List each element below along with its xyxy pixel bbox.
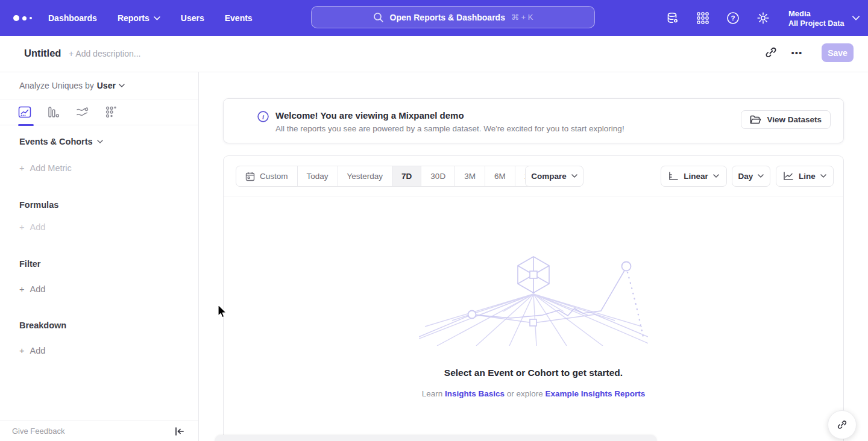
copy-link-button[interactable] [764, 45, 778, 60]
add-metric-label: Add Metric [30, 163, 71, 173]
nav-dashboards-label: Dashboards [48, 13, 97, 23]
chart-type-label: Line [799, 172, 816, 181]
folder-open-icon [750, 115, 761, 125]
chart-type-button[interactable]: Line [776, 166, 834, 187]
tab-insights[interactable] [18, 105, 31, 119]
scale-button[interactable]: Linear [661, 166, 727, 187]
more-options-button[interactable]: ••• [788, 45, 805, 60]
events-cohorts-label: Events & Cohorts [19, 137, 93, 146]
add-breakdown-button[interactable]: + Add [0, 346, 198, 355]
add-filter-button[interactable]: + Add [0, 284, 198, 294]
empty-state-links: Learn Insights Basics or explore Example… [224, 389, 843, 398]
save-button[interactable]: Save [822, 43, 854, 62]
search-placeholder: Open Reports & Dashboards [390, 13, 505, 22]
nav-reports[interactable]: Reports [118, 13, 160, 23]
tab-funnels[interactable] [47, 105, 60, 119]
range-3m[interactable]: 3M [455, 166, 485, 186]
collapse-sidebar-icon[interactable] [174, 426, 185, 437]
primary-nav: Dashboards Reports Users Events [48, 0, 253, 36]
report-controls: Custom Today Yesterday 7D 30D 3M 6M 12M … [224, 156, 843, 196]
help-icon[interactable]: ? [726, 11, 740, 25]
range-custom[interactable]: Custom [236, 166, 298, 186]
chevron-down-icon [820, 174, 826, 178]
range-30d[interactable]: 30D [421, 166, 455, 186]
range-7d-label: 7D [401, 172, 412, 181]
svg-text:?: ? [731, 14, 735, 22]
example-reports-link[interactable]: Example Insights Reports [546, 389, 646, 398]
empty-state-illustration [419, 255, 648, 346]
analyze-uniques-row: Analyze Uniques by User [0, 72, 198, 99]
plus-icon: + [19, 346, 24, 355]
nav-events[interactable]: Events [225, 13, 253, 23]
range-6m-label: 6M [494, 172, 506, 181]
floating-link-button[interactable] [828, 410, 857, 439]
project-switcher[interactable]: Media All Project Data [788, 0, 860, 36]
compare-button[interactable]: Compare [525, 166, 583, 187]
settings-gear-icon[interactable] [756, 11, 770, 25]
add-metric-button[interactable]: + Add Metric [0, 163, 198, 173]
calendar-icon [245, 172, 255, 181]
bottom-panel-edge[interactable] [215, 435, 657, 441]
chevron-down-icon [119, 84, 125, 88]
filter-label: Filter [19, 259, 40, 269]
data-management-icon[interactable] [665, 11, 680, 25]
chevron-down-icon [154, 16, 160, 20]
plus-icon: + [19, 284, 24, 294]
compare-label: Compare [531, 172, 567, 181]
empty-state-title: Select an Event or Cohort to get started… [224, 367, 843, 378]
range-today[interactable]: Today [298, 166, 338, 186]
learn-prefix: Learn [422, 389, 443, 398]
middle-text: or explore [507, 389, 543, 398]
range-yesterday[interactable]: Yesterday [338, 166, 393, 186]
formulas-header: Formulas [0, 200, 198, 210]
plus-icon: + [19, 163, 24, 173]
view-datasets-label: View Datasets [767, 115, 822, 124]
topbar-icons: ? [665, 0, 770, 36]
report-header: Untitled + Add description... [0, 36, 868, 72]
report-card: Custom Today Yesterday 7D 30D 3M 6M 12M … [223, 155, 844, 441]
apps-grid-icon[interactable] [696, 11, 710, 25]
banner-subtitle: All the reports you see are powered by a… [275, 124, 624, 133]
analyze-label: Analyze Uniques by [19, 81, 94, 90]
breakdown-header: Breakdown [0, 321, 198, 330]
nav-events-label: Events [225, 13, 253, 23]
nav-dashboards[interactable]: Dashboards [48, 13, 97, 23]
range-7d[interactable]: 7D [392, 166, 421, 186]
empty-state: Select an Event or Cohort to get started… [224, 196, 843, 398]
report-main-area: i Welcome! You are viewing a Mixpanel de… [199, 72, 868, 441]
events-cohorts-header[interactable]: Events & Cohorts [0, 137, 198, 146]
svg-text:i: i [262, 113, 265, 120]
chevron-down-icon [571, 174, 577, 178]
selected-tab-indicator [18, 124, 34, 126]
add-filter-label: Add [30, 284, 45, 294]
linear-axis-icon [668, 172, 679, 181]
chevron-down-icon [97, 140, 103, 144]
range-30d-label: 30D [430, 172, 445, 181]
add-formula-button[interactable]: + Add [0, 222, 198, 232]
range-6m[interactable]: 6M [485, 166, 515, 186]
mixpanel-logo[interactable] [13, 0, 32, 36]
interval-button[interactable]: Day [732, 166, 770, 187]
nav-users[interactable]: Users [181, 13, 204, 23]
line-chart-icon [783, 172, 794, 181]
chevron-down-icon [852, 16, 860, 20]
date-range-selector: Custom Today Yesterday 7D 30D 3M 6M 12M [236, 166, 550, 187]
report-description-placeholder[interactable]: + Add description... [69, 49, 140, 58]
plus-icon: + [19, 222, 24, 232]
filter-header: Filter [0, 259, 198, 269]
sidebar-footer: Give Feedback [0, 421, 198, 441]
range-3m-label: 3M [464, 172, 476, 181]
range-yesterday-label: Yesterday [347, 172, 383, 181]
info-icon: i [257, 111, 269, 122]
report-title[interactable]: Untitled [24, 48, 61, 59]
tab-flows[interactable] [76, 105, 89, 119]
top-navigation-bar: Dashboards Reports Users Events Open Rep… [0, 0, 868, 36]
formulas-label: Formulas [19, 200, 58, 210]
global-search[interactable]: Open Reports & Dashboards ⌘ + K [311, 6, 595, 28]
analyze-value-dropdown[interactable]: User [97, 81, 125, 90]
insights-basics-link[interactable]: Insights Basics [445, 389, 505, 398]
interval-label: Day [738, 172, 753, 181]
view-datasets-button[interactable]: View Datasets [741, 110, 831, 129]
give-feedback-link[interactable]: Give Feedback [12, 427, 64, 436]
tab-retention[interactable] [105, 105, 118, 119]
